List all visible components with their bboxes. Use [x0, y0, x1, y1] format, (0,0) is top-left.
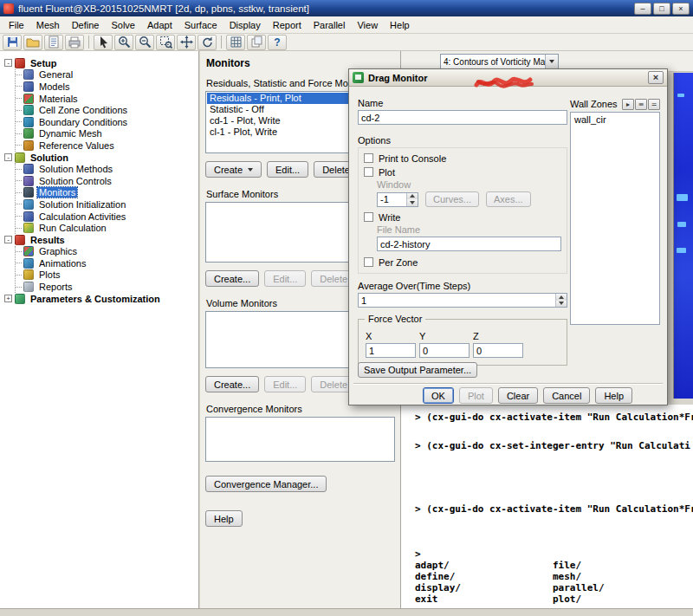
zoom-area-button[interactable]: [156, 35, 175, 50]
write-checkbox[interactable]: [364, 212, 373, 222]
tree-item-solution-initialization[interactable]: Solution Initialization: [16, 198, 197, 211]
convergence-manager-button[interactable]: Convergence Manager...: [205, 476, 327, 492]
save-output-parameter-button[interactable]: Save Output Parameter...: [358, 362, 477, 378]
tree-item-solution-methods[interactable]: Solution Methods: [16, 163, 197, 175]
wall-zones-match-icon[interactable]: =: [648, 99, 660, 110]
create-volume-monitor-button[interactable]: Create...: [205, 376, 259, 392]
collapse-icon[interactable]: -: [4, 153, 12, 161]
average-over-field[interactable]: [359, 294, 555, 307]
zoom-in-button[interactable]: [114, 35, 133, 50]
expand-icon[interactable]: +: [4, 295, 12, 302]
per-zone-option[interactable]: Per Zone: [364, 256, 561, 269]
tree-item-graphics[interactable]: Graphics: [16, 246, 197, 258]
plot-option[interactable]: Plot: [364, 165, 561, 178]
collapse-icon[interactable]: -: [4, 236, 12, 243]
journal-button[interactable]: [44, 35, 63, 50]
y-field[interactable]: [419, 343, 470, 358]
wall-zones-filter-icon[interactable]: ▸: [622, 99, 634, 110]
tree-item-cell-zone-conditions[interactable]: Cell Zone Conditions: [16, 104, 197, 116]
tree-item-run-calculation[interactable]: Run Calculation: [16, 222, 197, 234]
per-zone-checkbox[interactable]: [364, 257, 373, 267]
wall-zones-list[interactable]: wall_cir: [570, 112, 660, 325]
dialog-close-button[interactable]: ×: [648, 71, 664, 84]
menu-parallel[interactable]: Parallel: [308, 17, 352, 33]
dialog-help-button[interactable]: Help: [595, 387, 632, 404]
tree-item-setup[interactable]: - Setup: [4, 57, 197, 69]
average-over-stepper[interactable]: [358, 293, 567, 308]
close-button[interactable]: ×: [672, 3, 690, 15]
wall-zones-sort-icon[interactable]: ≡: [635, 99, 647, 110]
edit-monitor-button[interactable]: Edit...: [267, 161, 308, 178]
spin-down-icon[interactable]: [407, 199, 418, 206]
edit-surface-monitor-button[interactable]: Edit...: [264, 270, 306, 287]
titlebar[interactable]: fluent Fluent@XB-20151025NMRT [2d, dp, p…: [0, 0, 693, 16]
menu-help[interactable]: Help: [384, 17, 416, 33]
graphics-window-selector[interactable]: 4: Contours of Vorticity Magr: [440, 54, 559, 69]
help-toolbar-button[interactable]: ?: [268, 35, 287, 50]
tree-item-materials[interactable]: Materials: [16, 93, 197, 105]
print-to-console-option[interactable]: Print to Console: [364, 152, 561, 165]
name-field[interactable]: [358, 110, 567, 125]
menu-solve[interactable]: Solve: [105, 17, 141, 33]
tree-item-models[interactable]: Models: [16, 81, 197, 93]
menu-display[interactable]: Display: [223, 17, 267, 33]
print-button[interactable]: [65, 35, 84, 50]
convergence-monitors-list[interactable]: [205, 417, 395, 462]
window-field[interactable]: [378, 193, 406, 206]
ok-button[interactable]: OK: [423, 387, 454, 404]
wall-zone-item[interactable]: wall_cir: [572, 113, 658, 126]
tree-item-results[interactable]: - Results: [4, 234, 197, 246]
plot-checkbox[interactable]: [364, 167, 373, 177]
maximize-button[interactable]: □: [653, 3, 670, 15]
create-monitor-button[interactable]: Create: [205, 161, 262, 178]
file-name-field[interactable]: [377, 237, 561, 251]
tree-item-solution[interactable]: - Solution: [4, 152, 197, 164]
write-option[interactable]: Write: [364, 211, 561, 224]
edit-volume-monitor-button[interactable]: Edit...: [264, 376, 306, 392]
tree-item-reports[interactable]: Reports: [16, 281, 197, 293]
create-surface-monitor-button[interactable]: Create...: [205, 270, 259, 287]
panel-help-button[interactable]: Help: [205, 510, 243, 527]
menu-report[interactable]: Report: [267, 17, 308, 33]
collapse-icon[interactable]: -: [4, 59, 12, 67]
axes-button[interactable]: Axes...: [486, 191, 531, 207]
spin-up-icon[interactable]: [407, 193, 418, 200]
tree-item-dynamic-mesh[interactable]: Dynamic Mesh: [16, 128, 197, 140]
curves-button[interactable]: Curves...: [425, 191, 479, 207]
tree-item-plots[interactable]: Plots: [16, 269, 197, 282]
navigation-tree[interactable]: - Setup General Models Materials Cell Zo…: [0, 51, 199, 608]
plot-button[interactable]: Plot: [459, 387, 493, 404]
tree-item-calculation-activities[interactable]: Calculation Activities: [16, 211, 197, 223]
clear-button[interactable]: Clear: [498, 387, 538, 404]
spin-down-icon[interactable]: [556, 301, 567, 308]
pointer-tool-button[interactable]: [94, 35, 113, 50]
grid-display-button[interactable]: [226, 35, 245, 50]
console-output[interactable]: > (cx-gui-do cx-activate-item "Run Calcu…: [401, 405, 693, 608]
chevron-down-icon[interactable]: [545, 55, 558, 68]
tree-item-boundary-conditions[interactable]: Boundary Conditions: [16, 116, 197, 128]
menu-adapt[interactable]: Adapt: [141, 17, 178, 33]
open-case-button[interactable]: [23, 35, 42, 50]
zoom-out-button[interactable]: [135, 35, 154, 50]
minimize-button[interactable]: –: [634, 3, 651, 15]
rotate-view-button[interactable]: [198, 35, 217, 50]
save-case-button[interactable]: [3, 35, 22, 50]
window-stepper[interactable]: [377, 192, 418, 207]
x-field[interactable]: [366, 343, 416, 358]
menu-view[interactable]: View: [351, 17, 384, 33]
print-to-console-checkbox[interactable]: [364, 153, 373, 163]
tree-item-animations[interactable]: Animations: [16, 257, 197, 269]
menu-file[interactable]: File: [3, 17, 30, 33]
graphics-window-fragment[interactable]: [673, 73, 693, 399]
tree-item-parameters-customization[interactable]: + Parameters & Customization: [4, 293, 197, 305]
tree-item-monitors[interactable]: Monitors: [16, 187, 197, 199]
tree-item-solution-controls[interactable]: Solution Controls: [16, 175, 197, 187]
spin-up-icon[interactable]: [556, 294, 567, 301]
menu-mesh[interactable]: Mesh: [30, 17, 66, 33]
menu-surface[interactable]: Surface: [178, 17, 223, 33]
copy-screen-button[interactable]: [247, 35, 266, 50]
z-field[interactable]: [473, 343, 523, 358]
cancel-button[interactable]: Cancel: [543, 387, 590, 404]
pan-tool-button[interactable]: [177, 35, 196, 50]
tree-item-reference-values[interactable]: Reference Values: [16, 139, 197, 152]
